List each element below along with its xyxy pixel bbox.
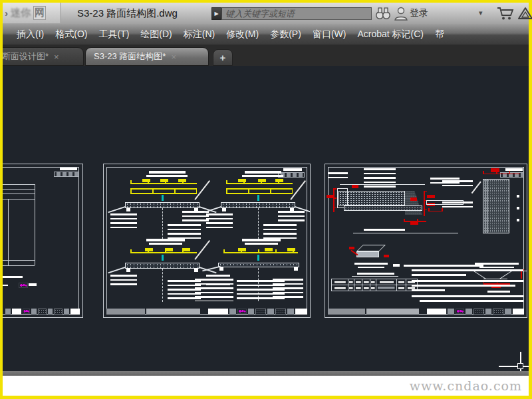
cell xyxy=(70,309,80,315)
red-dimension xyxy=(483,171,520,174)
channel-line xyxy=(483,279,507,279)
title-block-strip xyxy=(328,309,524,315)
cell xyxy=(64,309,69,315)
magenta-stamp xyxy=(456,309,465,314)
cell xyxy=(208,309,228,315)
detail-line xyxy=(487,179,488,233)
cell xyxy=(255,309,266,315)
red-dim-label xyxy=(352,185,358,188)
table-line xyxy=(35,184,35,265)
notes-text-block xyxy=(195,279,233,301)
menu-help[interactable]: 帮 xyxy=(435,29,444,41)
app-logo[interactable]: › 迷你 网 xyxy=(3,3,61,23)
chevron-down-icon[interactable]: ▾ xyxy=(479,3,483,23)
cell xyxy=(31,309,37,315)
table-line xyxy=(3,260,35,261)
notes-line xyxy=(412,289,445,291)
logo-net-glyph: 网 xyxy=(33,6,46,20)
cross-section-drawing xyxy=(116,171,209,239)
notes-line xyxy=(412,274,466,276)
menu-insert[interactable]: 插入(I) xyxy=(17,29,44,41)
pickbox-cursor xyxy=(517,363,523,369)
document-title: S3-23 路面结构图.dwg xyxy=(77,3,178,23)
magenta-stamp xyxy=(19,283,28,288)
table-line xyxy=(3,265,35,266)
cell xyxy=(485,309,492,315)
crosshair-cursor xyxy=(499,366,529,367)
cell xyxy=(201,309,207,315)
model-space-canvas[interactable] xyxy=(3,66,529,371)
annotation-text xyxy=(442,180,473,188)
notes-line xyxy=(412,280,523,282)
watermark: www.cndao.com xyxy=(3,376,529,396)
drawing-sheet-left[interactable] xyxy=(3,164,83,318)
red-dim-label xyxy=(427,195,435,198)
menu-parametric[interactable]: 参数(P) xyxy=(270,29,301,41)
sheet-stamp-box xyxy=(54,172,79,177)
cell xyxy=(267,309,274,315)
binoculars-icon[interactable] xyxy=(375,6,391,21)
red-dim-label xyxy=(410,221,418,225)
menu-acrobat[interactable]: Acrobat 标记(C) xyxy=(357,29,424,41)
red-dimension xyxy=(428,208,443,211)
cross-section-drawing xyxy=(211,171,305,239)
cell xyxy=(54,309,63,315)
tab-section-design[interactable]: 断面设计图* × xyxy=(3,47,84,66)
caption-text xyxy=(364,229,405,231)
menu-window[interactable]: 窗口(W) xyxy=(313,29,346,41)
search-input[interactable] xyxy=(221,7,372,20)
caption-text xyxy=(479,267,514,268)
search-arrow-button[interactable]: ▶ xyxy=(211,7,221,20)
menu-format[interactable]: 格式(O) xyxy=(55,29,87,41)
data-table xyxy=(331,279,418,291)
tab-pavement-structure[interactable]: S3-23 路面结构图* × xyxy=(85,47,209,66)
notes-line xyxy=(412,269,523,271)
title-block-strip xyxy=(106,309,307,315)
notes-text-block xyxy=(237,280,285,301)
caption-text xyxy=(358,267,384,268)
annotation-text xyxy=(328,172,348,178)
cell xyxy=(248,309,255,315)
magenta-stamp xyxy=(237,309,247,314)
cell xyxy=(473,309,484,315)
menu-draw[interactable]: 绘图(D) xyxy=(140,29,172,41)
cell xyxy=(505,309,511,315)
slab-section xyxy=(338,191,405,205)
menu-tools[interactable]: 工具(T) xyxy=(98,29,129,41)
drawing-sheet-middle[interactable] xyxy=(103,164,311,318)
menu-modify[interactable]: 修改(M) xyxy=(226,29,259,41)
cell xyxy=(366,309,419,315)
horizontal-scrollbar[interactable] xyxy=(3,371,529,376)
menu-dimension[interactable]: 标注(N) xyxy=(184,29,215,41)
new-tab-button[interactable]: + xyxy=(213,49,233,66)
cell xyxy=(229,309,236,315)
magenta-stamp xyxy=(23,309,30,314)
base-layer xyxy=(344,205,422,211)
title-block-strip xyxy=(5,309,80,315)
notes-line xyxy=(412,285,515,287)
cell xyxy=(420,309,426,315)
user-icon[interactable] xyxy=(393,6,409,21)
logo-watermark-text: 迷你 xyxy=(11,7,31,19)
cell xyxy=(38,309,47,315)
cart-icon[interactable] xyxy=(496,6,515,21)
table-line xyxy=(3,194,35,194)
block-front-face xyxy=(356,251,379,257)
drawing-sheet-right[interactable] xyxy=(325,164,527,318)
cell xyxy=(48,309,53,315)
cell xyxy=(328,309,365,315)
close-icon[interactable]: × xyxy=(171,52,176,62)
cell xyxy=(493,309,503,315)
login-button[interactable]: 登录 xyxy=(410,3,428,23)
red-dim-label xyxy=(384,255,389,257)
red-dimension xyxy=(333,188,336,212)
cell xyxy=(106,309,145,315)
table-line xyxy=(8,199,9,265)
close-icon[interactable]: × xyxy=(54,52,59,62)
exchange-triangle-icon[interactable] xyxy=(517,6,532,21)
text-block xyxy=(3,276,23,278)
cell xyxy=(466,309,472,315)
tab-label: 断面设计图* xyxy=(3,51,49,63)
cell xyxy=(275,309,286,315)
cell xyxy=(12,309,21,315)
